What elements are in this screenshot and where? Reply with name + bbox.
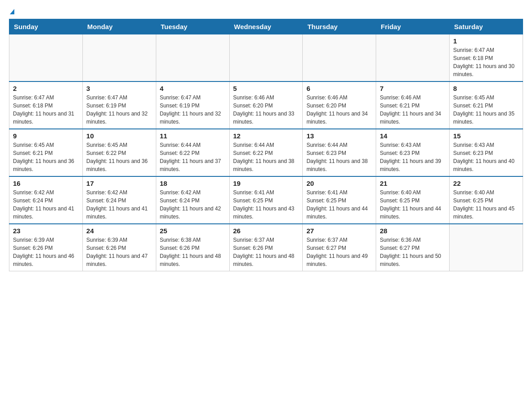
day-number: 21 [380,180,446,187]
day-info: Sunrise: 6:38 AM Sunset: 6:26 PM Dayligh… [160,236,226,268]
calendar-cell: 26Sunrise: 6:37 AM Sunset: 6:26 PM Dayli… [229,224,303,271]
calendar-cell: 17Sunrise: 6:42 AM Sunset: 6:24 PM Dayli… [82,176,156,224]
day-number: 5 [233,85,299,92]
calendar-cell: 19Sunrise: 6:41 AM Sunset: 6:25 PM Dayli… [229,176,303,224]
calendar-cell: 23Sunrise: 6:39 AM Sunset: 6:26 PM Dayli… [9,224,83,271]
calendar-cell: 3Sunrise: 6:47 AM Sunset: 6:19 PM Daylig… [82,81,156,129]
calendar-cell: 10Sunrise: 6:45 AM Sunset: 6:22 PM Dayli… [82,129,156,176]
day-info: Sunrise: 6:40 AM Sunset: 6:25 PM Dayligh… [380,188,446,221]
week-row-2: 2Sunrise: 6:47 AM Sunset: 6:18 PM Daylig… [9,81,523,129]
day-info: Sunrise: 6:45 AM Sunset: 6:21 PM Dayligh… [13,141,79,173]
calendar-cell: 11Sunrise: 6:44 AM Sunset: 6:22 PM Dayli… [156,129,229,176]
day-number: 18 [160,180,226,187]
calendar-cell: 15Sunrise: 6:43 AM Sunset: 6:23 PM Dayli… [450,129,523,176]
day-info: Sunrise: 6:46 AM Sunset: 6:21 PM Dayligh… [380,94,446,126]
calendar-cell: 8Sunrise: 6:45 AM Sunset: 6:21 PM Daylig… [450,81,523,129]
day-number: 26 [233,227,299,235]
weekday-header-saturday: Saturday [450,19,523,34]
calendar-cell: 20Sunrise: 6:41 AM Sunset: 6:25 PM Dayli… [303,176,376,224]
day-info: Sunrise: 6:37 AM Sunset: 6:26 PM Dayligh… [233,236,299,268]
calendar-cell: 24Sunrise: 6:39 AM Sunset: 6:26 PM Dayli… [82,224,156,271]
day-info: Sunrise: 6:41 AM Sunset: 6:25 PM Dayligh… [306,188,372,221]
calendar-cell: 6Sunrise: 6:46 AM Sunset: 6:20 PM Daylig… [303,81,376,129]
calendar-cell [9,34,83,82]
day-info: Sunrise: 6:45 AM Sunset: 6:21 PM Dayligh… [453,94,519,126]
weekday-header-thursday: Thursday [303,19,376,34]
day-number: 28 [380,227,446,235]
calendar-cell: 5Sunrise: 6:46 AM Sunset: 6:20 PM Daylig… [229,81,303,129]
day-number: 4 [160,85,226,92]
calendar-cell: 18Sunrise: 6:42 AM Sunset: 6:24 PM Dayli… [156,176,229,224]
day-number: 14 [380,132,446,140]
calendar-cell: 1Sunrise: 6:47 AM Sunset: 6:18 PM Daylig… [450,34,523,82]
weekday-header-wednesday: Wednesday [229,19,303,34]
calendar-cell: 27Sunrise: 6:37 AM Sunset: 6:27 PM Dayli… [303,224,376,271]
weekday-header-friday: Friday [376,19,450,34]
weekday-header-tuesday: Tuesday [156,19,229,34]
day-info: Sunrise: 6:47 AM Sunset: 6:18 PM Dayligh… [13,94,79,126]
day-info: Sunrise: 6:44 AM Sunset: 6:22 PM Dayligh… [160,141,226,173]
day-number: 22 [453,180,519,187]
day-info: Sunrise: 6:43 AM Sunset: 6:23 PM Dayligh… [453,141,519,173]
day-info: Sunrise: 6:42 AM Sunset: 6:24 PM Dayligh… [86,188,152,221]
calendar-cell: 7Sunrise: 6:46 AM Sunset: 6:21 PM Daylig… [376,81,450,129]
day-info: Sunrise: 6:39 AM Sunset: 6:26 PM Dayligh… [86,236,152,268]
calendar-cell: 16Sunrise: 6:42 AM Sunset: 6:24 PM Dayli… [9,176,83,224]
day-info: Sunrise: 6:40 AM Sunset: 6:25 PM Dayligh… [453,188,519,221]
day-number: 17 [86,180,152,187]
day-number: 6 [306,85,372,92]
day-number: 27 [306,227,372,235]
day-info: Sunrise: 6:42 AM Sunset: 6:24 PM Dayligh… [160,188,226,221]
calendar-cell: 14Sunrise: 6:43 AM Sunset: 6:23 PM Dayli… [376,129,450,176]
weekday-header-monday: Monday [82,19,156,34]
day-number: 16 [13,180,79,187]
day-number: 15 [453,132,519,140]
calendar-cell [376,34,450,82]
day-info: Sunrise: 6:47 AM Sunset: 6:19 PM Dayligh… [86,94,152,126]
calendar-cell [82,34,156,82]
calendar-cell: 13Sunrise: 6:44 AM Sunset: 6:23 PM Dayli… [303,129,376,176]
day-info: Sunrise: 6:47 AM Sunset: 6:18 PM Dayligh… [453,46,519,78]
day-info: Sunrise: 6:44 AM Sunset: 6:22 PM Dayligh… [233,141,299,173]
day-number: 19 [233,180,299,187]
day-number: 25 [160,227,226,235]
calendar-cell: 22Sunrise: 6:40 AM Sunset: 6:25 PM Dayli… [450,176,523,224]
calendar-cell: 12Sunrise: 6:44 AM Sunset: 6:22 PM Dayli… [229,129,303,176]
day-number: 9 [13,132,79,140]
day-number: 2 [13,85,79,92]
calendar-table: SundayMondayTuesdayWednesdayThursdayFrid… [9,19,523,271]
day-info: Sunrise: 6:45 AM Sunset: 6:22 PM Dayligh… [86,141,152,173]
week-row-5: 23Sunrise: 6:39 AM Sunset: 6:26 PM Dayli… [9,224,523,271]
day-number: 13 [306,132,372,140]
day-number: 23 [13,227,79,235]
calendar-cell [156,34,229,82]
calendar-cell: 9Sunrise: 6:45 AM Sunset: 6:21 PM Daylig… [9,129,83,176]
day-info: Sunrise: 6:36 AM Sunset: 6:27 PM Dayligh… [380,236,446,268]
calendar-cell [229,34,303,82]
day-info: Sunrise: 6:44 AM Sunset: 6:23 PM Dayligh… [306,141,372,173]
logo-triangle-icon [10,9,14,14]
day-info: Sunrise: 6:46 AM Sunset: 6:20 PM Dayligh… [306,94,372,126]
weekday-header-sunday: Sunday [9,19,83,34]
day-info: Sunrise: 6:37 AM Sunset: 6:27 PM Dayligh… [306,236,372,268]
weekday-header-row: SundayMondayTuesdayWednesdayThursdayFrid… [9,19,523,34]
day-number: 24 [86,227,152,235]
logo [9,9,14,14]
day-number: 12 [233,132,299,140]
day-number: 7 [380,85,446,92]
day-info: Sunrise: 6:41 AM Sunset: 6:25 PM Dayligh… [233,188,299,221]
day-info: Sunrise: 6:43 AM Sunset: 6:23 PM Dayligh… [380,141,446,173]
calendar-cell: 21Sunrise: 6:40 AM Sunset: 6:25 PM Dayli… [376,176,450,224]
calendar-cell [450,224,523,271]
calendar-cell: 28Sunrise: 6:36 AM Sunset: 6:27 PM Dayli… [376,224,450,271]
day-info: Sunrise: 6:42 AM Sunset: 6:24 PM Dayligh… [13,188,79,221]
day-info: Sunrise: 6:39 AM Sunset: 6:26 PM Dayligh… [13,236,79,268]
week-row-3: 9Sunrise: 6:45 AM Sunset: 6:21 PM Daylig… [9,129,523,176]
day-number: 20 [306,180,372,187]
day-number: 1 [453,37,519,45]
calendar-cell: 2Sunrise: 6:47 AM Sunset: 6:18 PM Daylig… [9,81,83,129]
calendar-cell: 4Sunrise: 6:47 AM Sunset: 6:19 PM Daylig… [156,81,229,129]
day-info: Sunrise: 6:46 AM Sunset: 6:20 PM Dayligh… [233,94,299,126]
calendar-cell [303,34,376,82]
week-row-4: 16Sunrise: 6:42 AM Sunset: 6:24 PM Dayli… [9,176,523,224]
